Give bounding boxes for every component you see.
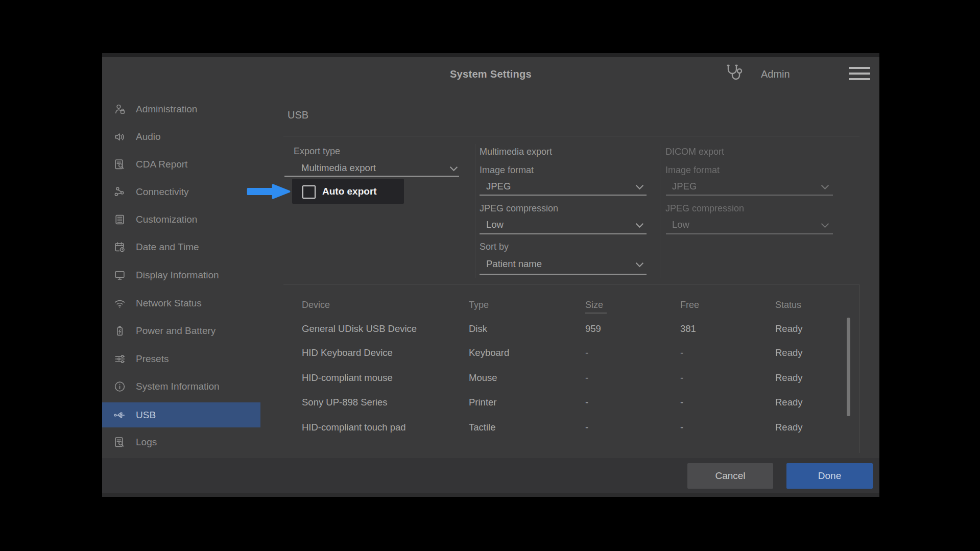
jpeg-compression-select[interactable]: Low [486,219,504,230]
customization-icon [113,213,126,226]
cell-type: Keyboard [469,347,509,358]
cell-status: Ready [775,397,802,408]
sidebar-item-customization[interactable]: Customization [102,207,260,232]
cell-type: Tactile [469,422,495,433]
cell-device: General UDisk USB Device [302,323,417,334]
chevron-down-icon[interactable] [635,221,644,227]
window-top-edge [102,53,879,57]
cell-type: Printer [469,397,497,408]
image-format-label: Image format [480,165,534,176]
chevron-down-icon [821,221,829,227]
sidebar-item-power-and-battery[interactable]: Power and Battery [102,318,260,343]
done-button[interactable]: Done [786,463,873,489]
cell-status: Ready [775,372,802,384]
auto-export-label: Auto export [322,186,377,197]
logs-icon [113,436,126,448]
cell-type: Disk [469,323,487,334]
column-header-device[interactable]: Device [302,300,330,310]
cell-size: - [585,397,588,408]
cell-size: 959 [585,323,601,334]
image-format-underline [480,195,647,196]
cell-free: - [680,347,683,358]
dicom-jpeg-compression-select: Low [672,219,689,230]
section-heading: USB [288,109,308,121]
sidebar-item-administration[interactable]: Administration [102,97,260,122]
cell-device: Sony UP-898 Series [302,397,388,408]
menu-icon[interactable] [849,67,870,80]
cell-free: - [680,422,683,433]
presets-icon [113,352,126,365]
column-header-size[interactable]: Size [585,300,603,310]
chevron-down-icon[interactable] [635,260,644,266]
column-divider [660,144,660,278]
date-and-time-icon [113,241,126,253]
sort-by-select[interactable]: Patient name [486,258,542,270]
network-status-icon [113,297,126,309]
screen: System Settings Admin Administration Aud [0,0,980,551]
dicom-jpeg-compression-underline [666,233,833,234]
administration-icon [113,103,126,115]
column-header-type[interactable]: Type [469,300,489,310]
sidebar-item-system-information[interactable]: System Information [102,374,260,399]
dicom-export-title: DICOM export [665,147,724,157]
column-header-free[interactable]: Free [680,300,699,310]
jpeg-compression-label: JPEG compression [480,203,558,214]
jpeg-compression-underline [480,233,647,234]
dicom-jpeg-compression-label: JPEG compression [665,203,744,214]
cda-report-icon [113,158,126,171]
auto-export-option[interactable]: Auto export [292,179,404,204]
size-sort-indicator [585,313,607,314]
column-divider [475,144,475,278]
cancel-button[interactable]: Cancel [687,463,773,489]
cell-size: - [585,347,588,358]
annotation-arrow-icon [245,183,292,200]
sort-by-underline [480,274,647,275]
window-bottom-edge [102,493,879,497]
sidebar-item-cda-report[interactable]: CDA Report [102,152,260,177]
power-and-battery-icon [113,324,126,337]
cell-status: Ready [775,347,802,358]
usb-icon [113,409,126,421]
chevron-down-icon[interactable] [635,183,644,188]
display-information-icon [113,269,126,281]
sidebar-item-audio[interactable]: Audio [102,124,260,149]
multimedia-export-title: Multimedia export [480,147,552,157]
cell-status: Ready [775,422,802,433]
export-type-label: Export type [294,146,340,157]
sidebar-item-presets[interactable]: Presets [102,346,260,371]
scrollbar-track [859,284,859,453]
dicom-image-format-select: JPEG [672,181,697,192]
connectivity-icon [113,185,126,198]
audio-icon [113,130,126,143]
sidebar-item-logs[interactable]: Logs [102,429,260,454]
cell-free: 381 [680,323,696,334]
sidebar-item-usb[interactable]: USB [102,402,260,427]
sidebar-item-display-information[interactable]: Display Information [102,262,260,288]
sort-by-label: Sort by [480,242,509,252]
cell-free: - [680,397,683,408]
system-information-icon [113,380,126,393]
user-name[interactable]: Admin [761,68,790,80]
table-divider [283,284,859,285]
column-header-status[interactable]: Status [775,300,801,310]
cell-device: HID-compliant touch pad [302,422,406,433]
cell-type: Mouse [469,372,497,384]
system-settings-window: System Settings Admin Administration Aud [102,53,879,497]
sidebar-item-connectivity[interactable]: Connectivity [102,179,260,204]
image-format-select[interactable]: JPEG [486,181,511,192]
cell-device: HID Keyboard Device [302,347,393,358]
chevron-down-icon [821,183,829,188]
cell-status: Ready [775,323,802,334]
sidebar-item-date-and-time[interactable]: Date and Time [102,234,260,259]
scrollbar-thumb[interactable] [847,318,850,416]
export-type-underline [284,176,459,177]
heading-divider [283,136,859,136]
cell-size: - [585,372,588,384]
chevron-down-icon[interactable] [449,164,458,170]
sidebar-item-network-status[interactable]: Network Status [102,291,260,316]
cell-size: - [585,422,588,433]
cell-device: HID-compliant mouse [302,372,393,384]
stethoscope-icon[interactable] [721,61,745,85]
export-type-select[interactable]: Multimedia export [301,162,376,174]
auto-export-checkbox[interactable] [302,185,316,199]
